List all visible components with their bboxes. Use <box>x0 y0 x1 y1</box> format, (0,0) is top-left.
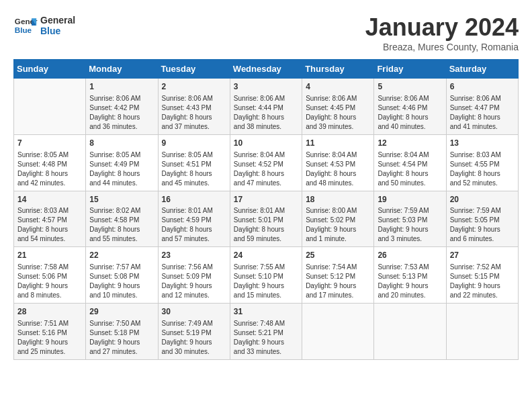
cell-text: Daylight: 8 hours <box>17 169 82 179</box>
cell-text: and 38 minutes. <box>234 122 298 132</box>
calendar-cell <box>374 304 446 360</box>
calendar-cell: 26Sunrise: 7:53 AMSunset: 5:13 PMDayligh… <box>374 247 446 304</box>
cell-text: and 48 minutes. <box>306 179 370 188</box>
cell-text: Sunset: 4:52 PM <box>234 160 298 169</box>
cell-text: Sunset: 4:46 PM <box>378 103 442 113</box>
day-number: 26 <box>378 250 442 261</box>
cell-text: and 45 minutes. <box>162 179 226 188</box>
calendar-cell: 4Sunrise: 8:06 AMSunset: 4:45 PMDaylight… <box>302 79 374 135</box>
day-number: 13 <box>450 138 515 149</box>
calendar-cell: 31Sunrise: 7:48 AMSunset: 5:21 PMDayligh… <box>230 304 302 360</box>
cell-text: Daylight: 8 hours <box>234 113 298 122</box>
cell-text: Daylight: 8 hours <box>450 169 515 179</box>
cell-text: and 41 minutes. <box>450 122 515 132</box>
cell-text: Sunrise: 8:01 AM <box>162 206 226 216</box>
calendar-cell: 27Sunrise: 7:52 AMSunset: 5:15 PMDayligh… <box>446 247 518 304</box>
cell-text: Daylight: 9 hours <box>234 338 298 347</box>
cell-text: Sunrise: 7:59 AM <box>378 206 442 216</box>
cell-text: and 8 minutes. <box>17 291 82 300</box>
day-number: 30 <box>162 306 226 318</box>
day-number: 17 <box>234 194 298 205</box>
cell-text: and 17 minutes. <box>306 291 370 300</box>
cell-text: and 40 minutes. <box>378 122 442 132</box>
cell-text: Daylight: 9 hours <box>306 225 370 234</box>
cell-text: Sunset: 5:02 PM <box>306 216 370 225</box>
calendar-cell: 1Sunrise: 8:06 AMSunset: 4:42 PMDaylight… <box>86 79 158 135</box>
cell-text: and 59 minutes. <box>234 234 298 244</box>
cell-text: Sunset: 5:19 PM <box>162 328 226 338</box>
month-title: January 2024 <box>365 13 519 42</box>
week-row-2: 7Sunrise: 8:05 AMSunset: 4:48 PMDaylight… <box>14 134 519 191</box>
day-number: 25 <box>306 250 370 261</box>
cell-text: Sunset: 5:08 PM <box>89 272 154 281</box>
logo-general: General <box>40 15 75 26</box>
calendar-cell: 19Sunrise: 7:59 AMSunset: 5:03 PMDayligh… <box>374 191 446 247</box>
cell-text: Daylight: 8 hours <box>17 225 82 234</box>
cell-text: Sunrise: 7:59 AM <box>450 206 515 216</box>
cell-text: Daylight: 8 hours <box>162 169 226 179</box>
cell-text: Daylight: 9 hours <box>378 225 442 234</box>
week-row-1: 1Sunrise: 8:06 AMSunset: 4:42 PMDaylight… <box>14 79 519 135</box>
cell-text: Sunset: 4:42 PM <box>89 103 154 113</box>
calendar-cell: 7Sunrise: 8:05 AMSunset: 4:48 PMDaylight… <box>14 134 86 191</box>
cell-text: Sunrise: 7:53 AM <box>378 263 442 272</box>
cell-text: and 39 minutes. <box>306 122 370 132</box>
day-number: 10 <box>234 138 298 149</box>
cell-text: Sunrise: 8:05 AM <box>162 150 226 160</box>
cell-text: Sunset: 4:55 PM <box>450 160 515 169</box>
calendar-cell: 10Sunrise: 8:04 AMSunset: 4:52 PMDayligh… <box>230 134 302 191</box>
calendar-cell: 20Sunrise: 7:59 AMSunset: 5:05 PMDayligh… <box>446 191 518 247</box>
cell-text: Sunrise: 7:50 AM <box>89 319 154 328</box>
cell-text: and 10 minutes. <box>89 291 154 300</box>
cell-text: Sunrise: 7:55 AM <box>234 263 298 272</box>
cell-text: and 27 minutes. <box>89 347 154 357</box>
header-friday: Friday <box>374 60 446 79</box>
cell-text: Sunrise: 7:51 AM <box>17 319 82 328</box>
svg-text:Blue: Blue <box>15 26 32 34</box>
cell-text: Sunset: 4:58 PM <box>89 216 154 225</box>
header-tuesday: Tuesday <box>158 60 230 79</box>
day-number: 8 <box>89 138 154 149</box>
calendar-cell: 3Sunrise: 8:06 AMSunset: 4:44 PMDaylight… <box>230 79 302 135</box>
cell-text: Sunrise: 7:58 AM <box>17 263 82 272</box>
day-number: 15 <box>89 194 154 205</box>
cell-text: Sunset: 5:03 PM <box>378 216 442 225</box>
cell-text: Sunrise: 8:03 AM <box>17 206 82 216</box>
cell-text: Sunrise: 8:01 AM <box>234 206 298 216</box>
cell-text: Sunset: 5:01 PM <box>234 216 298 225</box>
cell-text: Sunrise: 8:05 AM <box>17 150 82 160</box>
day-number: 23 <box>162 250 226 261</box>
header-row: SundayMondayTuesdayWednesdayThursdayFrid… <box>14 60 519 79</box>
calendar-header: SundayMondayTuesdayWednesdayThursdayFrid… <box>14 60 519 79</box>
calendar-body: 1Sunrise: 8:06 AMSunset: 4:42 PMDaylight… <box>14 79 519 360</box>
calendar-table: SundayMondayTuesdayWednesdayThursdayFrid… <box>13 59 519 360</box>
header-wednesday: Wednesday <box>230 60 302 79</box>
calendar-cell <box>446 304 518 360</box>
page-header: General Blue General Blue January 2024 B… <box>13 13 519 52</box>
cell-text: Sunset: 4:54 PM <box>378 160 442 169</box>
calendar-cell: 24Sunrise: 7:55 AMSunset: 5:10 PMDayligh… <box>230 247 302 304</box>
calendar-cell: 18Sunrise: 8:00 AMSunset: 5:02 PMDayligh… <box>302 191 374 247</box>
cell-text: Daylight: 9 hours <box>89 281 154 291</box>
cell-text: Sunset: 5:21 PM <box>234 328 298 338</box>
day-number: 11 <box>306 138 370 149</box>
day-number: 7 <box>17 138 82 149</box>
calendar-cell: 6Sunrise: 8:06 AMSunset: 4:47 PMDaylight… <box>446 79 518 135</box>
cell-text: Daylight: 8 hours <box>89 169 154 179</box>
cell-text: and 30 minutes. <box>162 347 226 357</box>
cell-text: Sunset: 5:09 PM <box>162 272 226 281</box>
day-number: 29 <box>89 306 154 318</box>
header-sunday: Sunday <box>14 60 86 79</box>
cell-text: Sunset: 4:57 PM <box>17 216 82 225</box>
day-number: 28 <box>17 306 82 318</box>
calendar-cell: 8Sunrise: 8:05 AMSunset: 4:49 PMDaylight… <box>86 134 158 191</box>
cell-text: Sunset: 4:44 PM <box>234 103 298 113</box>
cell-text: Sunset: 5:13 PM <box>378 272 442 281</box>
location: Breaza, Mures County, Romania <box>365 42 519 52</box>
cell-text: Sunset: 5:18 PM <box>89 328 154 338</box>
cell-text: Sunrise: 8:06 AM <box>306 94 370 103</box>
cell-text: and 37 minutes. <box>162 122 226 132</box>
cell-text: Sunrise: 8:06 AM <box>162 94 226 103</box>
cell-text: Sunrise: 8:06 AM <box>234 94 298 103</box>
cell-text: Daylight: 8 hours <box>306 169 370 179</box>
